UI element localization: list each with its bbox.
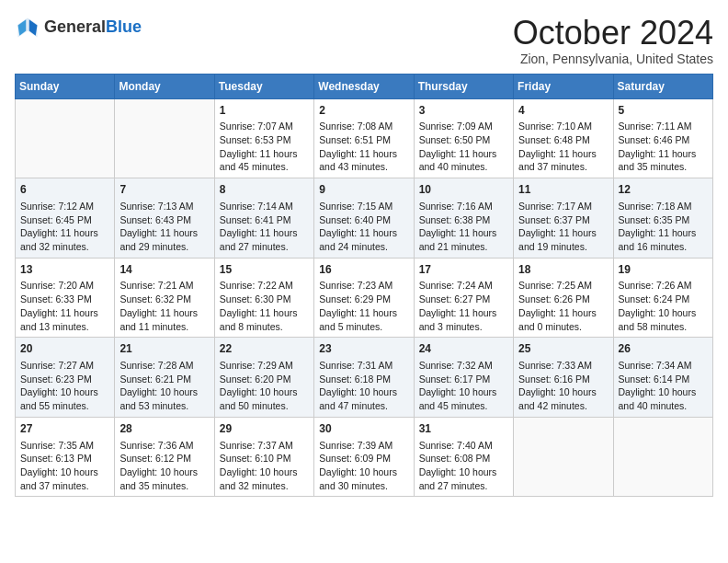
- sunset: Sunset: 6:27 PM: [419, 293, 491, 304]
- day-number: 18: [518, 262, 608, 278]
- day-number: 1: [220, 103, 309, 119]
- calendar-cell: 12Sunrise: 7:18 AMSunset: 6:35 PMDayligh…: [613, 178, 712, 259]
- sunset: Sunset: 6:35 PM: [619, 214, 690, 225]
- calendar-cell: 27Sunrise: 7:35 AMSunset: 6:13 PMDayligh…: [16, 417, 115, 497]
- sunrise: Sunrise: 7:31 AM: [319, 360, 392, 371]
- daylight: Daylight: 11 hours and 8 minutes.: [220, 307, 298, 332]
- location: Zion, Pennsylvania, United States: [513, 52, 713, 66]
- calendar-cell: 2Sunrise: 7:08 AMSunset: 6:51 PMDaylight…: [314, 98, 414, 178]
- week-row-3: 13Sunrise: 7:20 AMSunset: 6:33 PMDayligh…: [16, 258, 713, 338]
- daylight: Daylight: 11 hours and 5 minutes.: [319, 307, 397, 332]
- calendar-cell: [613, 417, 712, 497]
- day-number: 30: [319, 421, 408, 437]
- sunset: Sunset: 6:16 PM: [518, 373, 590, 385]
- sunset: Sunset: 6:08 PM: [419, 453, 491, 464]
- day-number: 24: [419, 341, 508, 357]
- calendar-cell: 17Sunrise: 7:24 AMSunset: 6:27 PMDayligh…: [414, 258, 513, 338]
- day-header-wednesday: Wednesday: [314, 74, 414, 98]
- calendar-cell: 8Sunrise: 7:14 AMSunset: 6:41 PMDaylight…: [214, 178, 313, 259]
- sunset: Sunset: 6:53 PM: [220, 134, 291, 145]
- daylight: Daylight: 10 hours and 40 minutes.: [619, 386, 697, 411]
- sunrise: Sunrise: 7:28 AM: [119, 360, 193, 371]
- day-number: 7: [119, 182, 209, 198]
- sunset: Sunset: 6:23 PM: [20, 373, 92, 385]
- calendar-cell: 23Sunrise: 7:31 AMSunset: 6:18 PMDayligh…: [314, 338, 414, 418]
- calendar-cell: 6Sunrise: 7:12 AMSunset: 6:45 PMDaylight…: [16, 178, 115, 259]
- daylight: Daylight: 10 hours and 32 minutes.: [220, 466, 298, 491]
- sunrise: Sunrise: 7:35 AM: [20, 440, 94, 451]
- day-number: 21: [119, 341, 209, 357]
- daylight: Daylight: 11 hours and 35 minutes.: [619, 148, 697, 173]
- sunset: Sunset: 6:48 PM: [518, 134, 590, 145]
- page-header: General Blue October 2024 Zion, Pennsylv…: [15, 15, 713, 66]
- calendar-table: SundayMondayTuesdayWednesdayThursdayFrid…: [15, 74, 713, 498]
- day-header-thursday: Thursday: [414, 74, 513, 98]
- day-number: 17: [419, 262, 508, 278]
- sunrise: Sunrise: 7:20 AM: [20, 280, 94, 291]
- sunrise: Sunrise: 7:33 AM: [518, 360, 592, 371]
- calendar-cell: 26Sunrise: 7:34 AMSunset: 6:14 PMDayligh…: [613, 338, 712, 418]
- calendar-header: SundayMondayTuesdayWednesdayThursdayFrid…: [16, 74, 713, 98]
- daylight: Daylight: 10 hours and 37 minutes.: [20, 466, 98, 491]
- daylight: Daylight: 11 hours and 13 minutes.: [20, 307, 98, 332]
- daylight: Daylight: 10 hours and 27 minutes.: [419, 466, 497, 491]
- sunrise: Sunrise: 7:11 AM: [619, 121, 692, 132]
- calendar-cell: 22Sunrise: 7:29 AMSunset: 6:20 PMDayligh…: [214, 338, 313, 418]
- sunrise: Sunrise: 7:39 AM: [319, 440, 392, 451]
- daylight: Daylight: 11 hours and 19 minutes.: [518, 227, 597, 252]
- sunset: Sunset: 6:50 PM: [419, 134, 491, 145]
- daylight: Daylight: 10 hours and 55 minutes.: [20, 386, 98, 411]
- sunset: Sunset: 6:13 PM: [20, 453, 92, 464]
- sunset: Sunset: 6:43 PM: [119, 214, 191, 225]
- day-number: 16: [319, 262, 408, 278]
- sunrise: Sunrise: 7:36 AM: [119, 440, 193, 451]
- sunrise: Sunrise: 7:10 AM: [518, 121, 592, 132]
- sunset: Sunset: 6:09 PM: [319, 453, 391, 464]
- sunset: Sunset: 6:24 PM: [619, 293, 690, 304]
- sunset: Sunset: 6:41 PM: [220, 214, 291, 225]
- sunrise: Sunrise: 7:14 AM: [220, 201, 293, 212]
- sunrise: Sunrise: 7:16 AM: [419, 201, 493, 212]
- daylight: Daylight: 11 hours and 16 minutes.: [619, 227, 697, 252]
- day-header-sunday: Sunday: [16, 74, 115, 98]
- calendar-cell: 30Sunrise: 7:39 AMSunset: 6:09 PMDayligh…: [314, 417, 414, 497]
- sunrise: Sunrise: 7:26 AM: [619, 280, 692, 291]
- day-number: 14: [119, 262, 209, 278]
- daylight: Daylight: 11 hours and 29 minutes.: [119, 227, 198, 252]
- day-number: 13: [20, 262, 109, 278]
- calendar-cell: 20Sunrise: 7:27 AMSunset: 6:23 PMDayligh…: [16, 338, 115, 418]
- month-title: October 2024: [513, 15, 713, 52]
- daylight: Daylight: 11 hours and 11 minutes.: [119, 307, 198, 332]
- calendar-body: 1Sunrise: 7:07 AMSunset: 6:53 PMDaylight…: [16, 98, 713, 497]
- calendar-cell: 21Sunrise: 7:28 AMSunset: 6:21 PMDayligh…: [115, 338, 214, 418]
- day-number: 8: [220, 182, 309, 198]
- daylight: Daylight: 11 hours and 24 minutes.: [319, 227, 397, 252]
- sunrise: Sunrise: 7:27 AM: [20, 360, 94, 371]
- sunrise: Sunrise: 7:40 AM: [419, 440, 493, 451]
- daylight: Daylight: 11 hours and 0 minutes.: [518, 307, 597, 332]
- sunset: Sunset: 6:38 PM: [419, 214, 491, 225]
- sunrise: Sunrise: 7:17 AM: [518, 201, 592, 212]
- day-number: 22: [220, 341, 309, 357]
- sunrise: Sunrise: 7:24 AM: [419, 280, 493, 291]
- calendar-cell: 28Sunrise: 7:36 AMSunset: 6:12 PMDayligh…: [115, 417, 214, 497]
- sunset: Sunset: 6:10 PM: [220, 453, 291, 464]
- calendar-cell: 13Sunrise: 7:20 AMSunset: 6:33 PMDayligh…: [16, 258, 115, 338]
- daylight: Daylight: 10 hours and 42 minutes.: [518, 386, 597, 411]
- sunrise: Sunrise: 7:15 AM: [319, 201, 392, 212]
- daylight: Daylight: 11 hours and 27 minutes.: [220, 227, 298, 252]
- sunrise: Sunrise: 7:13 AM: [119, 201, 193, 212]
- logo-text: General Blue: [44, 18, 142, 37]
- day-number: 6: [20, 182, 109, 198]
- sunrise: Sunrise: 7:07 AM: [220, 121, 293, 132]
- day-number: 3: [419, 103, 508, 119]
- sunrise: Sunrise: 7:25 AM: [518, 280, 592, 291]
- sunrise: Sunrise: 7:29 AM: [220, 360, 293, 371]
- day-number: 2: [319, 103, 408, 119]
- day-number: 25: [518, 341, 608, 357]
- daylight: Daylight: 10 hours and 47 minutes.: [319, 386, 397, 411]
- calendar-cell: 7Sunrise: 7:13 AMSunset: 6:43 PMDaylight…: [115, 178, 214, 259]
- daylight: Daylight: 10 hours and 53 minutes.: [119, 386, 198, 411]
- calendar-cell: 31Sunrise: 7:40 AMSunset: 6:08 PMDayligh…: [414, 417, 513, 497]
- calendar-cell: 16Sunrise: 7:23 AMSunset: 6:29 PMDayligh…: [314, 258, 414, 338]
